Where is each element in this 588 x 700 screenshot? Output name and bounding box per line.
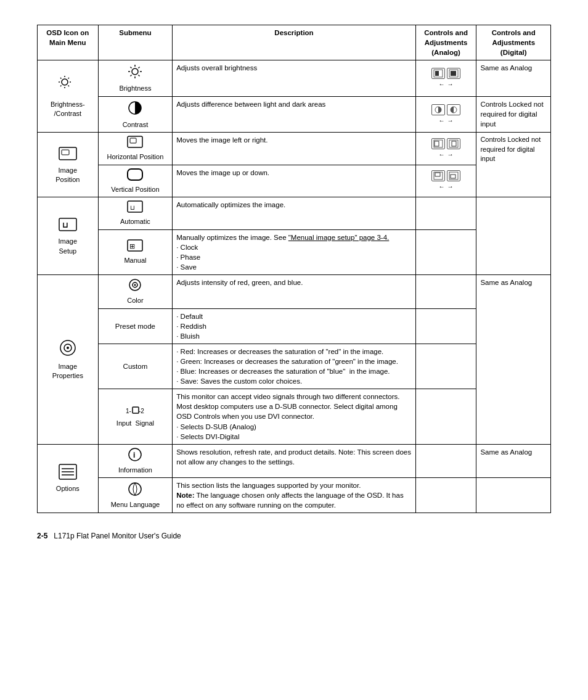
table-row: ImageProperties Color Adjusts intensity …: [38, 275, 551, 308]
svg-line-5: [60, 78, 62, 79]
preset-label: Preset mode: [115, 323, 155, 330]
auto-desc: Automatically optimizes the image.: [173, 197, 416, 229]
osd-icon-imgpos: ImagePosition: [38, 133, 99, 197]
vpos-sub-icon: [126, 168, 144, 181]
lang-desc: This section lists the languages support…: [173, 478, 416, 513]
brightness-label: Brightness: [102, 84, 169, 93]
svg-rect-37: [451, 175, 455, 178]
header-desc: Description: [173, 25, 416, 60]
osd-group-label-imgpos: ImagePosition: [41, 166, 94, 185]
lang-analog: [415, 478, 476, 513]
table-row: Menu Language This section lists the lan…: [38, 478, 551, 513]
header-digital: Controls and Adjustments (Digital): [476, 25, 551, 60]
image-properties-icon: [58, 338, 78, 358]
ctrl-icon-1: [431, 68, 445, 79]
input-label: Input Signal: [102, 419, 169, 428]
footer: 2-5 L171p Flat Panel Monitor User's Guid…: [37, 532, 181, 540]
table-row: Preset mode · Default · Reddish · Bluish: [38, 308, 551, 344]
submenu-manual: ⊞ Manual: [98, 229, 173, 274]
svg-rect-28: [130, 138, 136, 143]
svg-text:⊞: ⊞: [129, 242, 135, 250]
osd-group-label-options: Options: [41, 484, 94, 493]
submenu-color: Color: [98, 275, 173, 308]
footer-title: L171p Flat Panel Monitor User's Guide: [54, 532, 181, 540]
auto-label: Automatic: [102, 217, 169, 226]
osd-group-label-brightness: Brightness-/Contrast: [41, 100, 94, 119]
lang-sub-icon: [126, 482, 144, 496]
osd-icon-options: Options: [38, 444, 99, 513]
arrow-row-contrast: ← →: [439, 117, 454, 125]
arrow-row-vpos: ← →: [439, 183, 454, 191]
color-analog: [415, 275, 476, 308]
table-row: Options i Information Shows resolution, …: [38, 444, 551, 477]
table-row: 1- -2 Input Signal This monitor can acce…: [38, 389, 551, 444]
submenu-brightness: Brightness: [98, 60, 173, 96]
submenu-preset: Preset mode: [98, 308, 173, 344]
submenu-lang: Menu Language: [98, 478, 173, 513]
osd-icon-imgprop: ImageProperties: [38, 275, 99, 445]
svg-line-15: [139, 75, 140, 76]
submenu-input: 1- -2 Input Signal: [98, 389, 173, 444]
svg-point-49: [134, 284, 136, 286]
lang-digital: [476, 478, 551, 513]
osd-icon-imgsetup: ⊔ ImageSetup: [38, 197, 99, 275]
input-analog: [415, 389, 476, 444]
hpos-analog: ← →: [415, 133, 476, 165]
vpos-analog: ← →: [415, 165, 476, 197]
main-table: OSD Icon on Main Menu Submenu Descriptio…: [37, 25, 551, 513]
contrast-label: Contrast: [102, 120, 169, 130]
input-signal-sub-icon: 1- -2: [126, 405, 144, 415]
table-row: Custom · Red: Increases or decreases the…: [38, 344, 551, 389]
ctrl-icon-8: [447, 170, 460, 181]
info-analog: [415, 444, 476, 477]
lang-note-bold: Note:: [176, 492, 194, 499]
header-analog: Controls and Adjustments (Analog): [415, 25, 476, 60]
svg-text:-2: -2: [139, 408, 144, 414]
osd-group-label-imgsetup: ImageSetup: [41, 237, 94, 256]
brightness-sub-icon: [126, 63, 144, 80]
contrast-analog: ← →: [415, 96, 476, 132]
preset-analog: [415, 308, 476, 344]
footer-page-num: 2-5: [37, 532, 47, 540]
submenu-info: i Information: [98, 444, 173, 477]
options-icon: [58, 463, 78, 480]
svg-line-6: [68, 85, 69, 86]
table-row: Brightness-/Contrast Brightness: [38, 60, 551, 96]
custom-label: Custom: [123, 363, 148, 370]
svg-rect-19: [435, 71, 439, 76]
hpos-desc: Moves the image left or right.: [173, 133, 416, 165]
osd-group-label-imgprop: ImageProperties: [41, 362, 94, 381]
contrast-digital: Controls Locked not required for digital…: [476, 96, 551, 132]
submenu-vpos: Vertical Position: [98, 165, 173, 197]
color-label: Color: [102, 296, 169, 305]
manual-label: Manual: [102, 256, 169, 265]
svg-point-9: [132, 68, 138, 75]
color-sub-icon: [126, 278, 144, 292]
info-label: Information: [102, 466, 169, 475]
image-setup-icon: ⊔: [58, 216, 78, 233]
svg-text:i: i: [133, 451, 135, 459]
svg-rect-51: [133, 407, 139, 413]
table-row: Vertical Position Moves the image up or …: [38, 165, 551, 197]
imgprop-digital: Same as Analog: [476, 275, 551, 445]
color-desc: Adjusts intensity of red, green, and blu…: [173, 275, 416, 308]
contrast-sub-icon: [126, 99, 144, 117]
svg-line-7: [68, 78, 69, 79]
manual-desc: Manually optimizes the image. See "Menua…: [173, 229, 416, 274]
svg-point-59: [129, 483, 141, 495]
svg-rect-35: [435, 173, 440, 176]
svg-rect-30: [435, 141, 439, 146]
lang-label: Menu Language: [102, 500, 169, 509]
ctrl-icon-2: [447, 68, 460, 79]
info-digital: Same as Analog: [476, 444, 551, 477]
brightness-desc: Adjusts overall brightness: [173, 60, 416, 96]
svg-rect-21: [451, 71, 456, 76]
svg-text:⊔: ⊔: [62, 221, 68, 229]
ctrl-icon-6: [447, 138, 460, 149]
custom-analog: [415, 344, 476, 389]
arrow-row-hpos: ← →: [439, 150, 454, 159]
table-row: ⊔ ImageSetup ⊔ Automatic Automatically o…: [38, 197, 551, 229]
manual-link[interactable]: "Menual image setup" page 3-4.: [288, 234, 390, 241]
svg-rect-33: [128, 169, 142, 180]
header-osd: OSD Icon on Main Menu: [38, 25, 99, 60]
